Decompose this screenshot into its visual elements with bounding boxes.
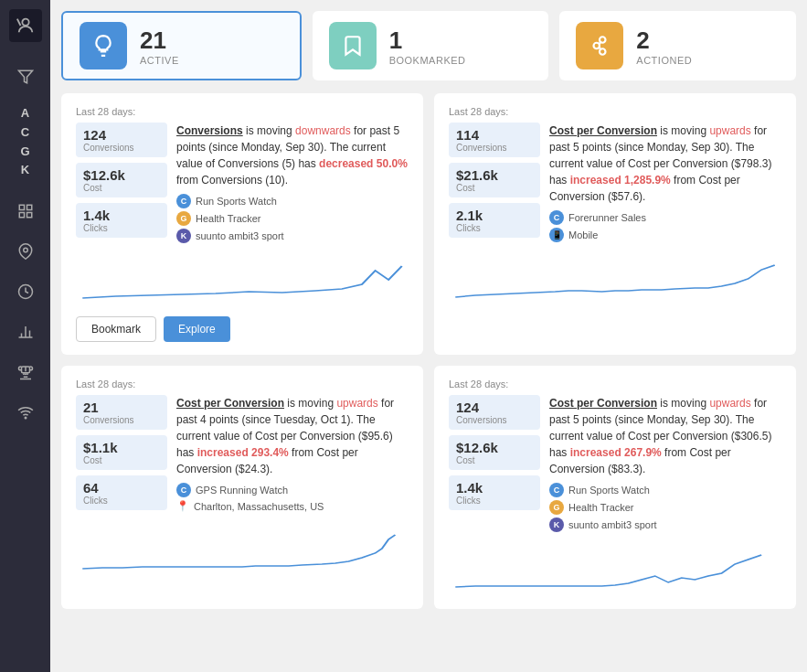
svg-point-14 [25,417,27,419]
svg-rect-3 [19,205,24,209]
segment-item-1-1: G Health Tracker [176,211,409,226]
svg-rect-4 [27,205,31,209]
metric-conversions-3: 21 Conversions [76,395,167,430]
bookmarked-count: 1 [389,27,466,55]
chart-1 [76,252,409,307]
explore-button-1[interactable]: Explore [164,316,230,342]
svg-marker-2 [18,70,32,83]
metric-val-2-2: 2.1k [456,208,533,223]
insight-grid: Last 28 days: 124 Conversions $12.6k Cos… [61,93,796,609]
metric-val-4-1: $12.6k [456,440,533,455]
metric-lbl-2-1: Cost [456,183,533,193]
letter-g[interactable]: G [20,143,29,162]
metric-lbl-2-2: Clicks [456,223,533,233]
segment-item-4-2: K suunto ambit3 sport [549,517,781,532]
sidebar: A C G K [0,0,50,672]
seg-badge-g-1: G [176,211,191,226]
seg-label-2-1: Mobile [568,229,598,240]
letter-a[interactable]: A [21,104,29,123]
seg-label-3-1: Charlton, Massachusetts, US [194,501,324,512]
metric-val-3-1: $1.1k [83,440,160,455]
letter-c[interactable]: C [21,123,29,143]
insight-metric-link-2[interactable]: Cost per Conversion [549,124,657,137]
seg-label-1-1: Health Tracker [196,213,261,224]
metric-lbl-3-0: Conversions [83,415,160,425]
segment-item-1-2: K suunto ambit3 sport [176,229,409,243]
seg-badge-mobile-2: 📱 [549,228,564,242]
bookmark-icon [329,22,377,69]
actioned-card-info: 2 Actioned [636,27,692,66]
chart-3 [76,521,409,576]
seg-label-2-0: Forerunner Sales [568,212,646,223]
insight-metric-link-1[interactable]: Conversions [176,124,243,137]
svg-line-18 [600,41,600,44]
seg-label-4-0: Run Sports Watch [568,485,650,496]
grid-icon[interactable] [9,195,42,228]
actioned-label: Actioned [636,55,692,66]
insight-card-1: Last 28 days: 124 Conversions $12.6k Cos… [61,93,423,355]
bar-chart-icon[interactable] [9,315,42,348]
trophy-icon[interactable] [9,356,42,389]
seg-label-3-0: GPS Running Watch [196,485,288,496]
insight-text-3: Cost per Conversion is moving upwards fo… [176,395,409,512]
chart-2 [449,251,781,306]
last28-4: Last 28 days: [449,379,781,389]
seg-label-4-1: Health Tracker [568,502,634,513]
metric-conversions-1: 124 Conversions [76,123,167,157]
lightbulb-icon [80,22,127,69]
metric-val-1-1: $12.6k [83,167,160,183]
active-label: Active [140,55,179,66]
metric-clicks-4: 1.4k Clicks [449,475,540,510]
last28-2: Last 28 days: [449,106,781,117]
metric-clicks-3: 64 Clicks [76,475,167,510]
seg-badge-c-1: C [176,194,191,208]
sidebar-letters: A C G K [20,104,29,180]
seg-badge-c-3: C [176,483,191,497]
insight-desc-4: Cost per Conversion is moving upwards fo… [549,395,781,477]
location-icon-3: 📍 [176,500,189,512]
svg-line-1 [16,19,20,26]
sidebar-logo[interactable] [9,9,42,42]
insight-metric-link-4[interactable]: Cost per Conversion [549,397,657,410]
active-count: 21 [140,27,179,55]
svg-point-0 [22,19,28,26]
card-actions-1: Bookmark Explore [76,316,409,342]
metric-cost-2: $21.6k Cost [449,163,540,197]
metric-cost-4: $12.6k Cost [449,435,540,470]
insight-card-2: Last 28 days: 114 Conversions $21.6k Cos… [434,93,796,355]
metric-clicks-1: 1.4k Clicks [76,203,167,238]
seg-label-4-2: suunto ambit3 sport [568,519,657,530]
letter-k[interactable]: K [21,161,29,180]
wifi-icon[interactable] [9,396,42,429]
metric-lbl-1-1: Cost [83,183,160,193]
clock-icon[interactable] [9,275,42,308]
last28-3: Last 28 days: [76,379,409,389]
metric-clicks-2: 2.1k Clicks [449,203,540,238]
metrics-col-2: 114 Conversions $21.6k Cost 2.1k Clicks [449,123,540,243]
segment-item-3-1: 📍 Charlton, Massachusetts, US [176,500,409,512]
metrics-col-1: 124 Conversions $12.6k Cost 1.4k Clicks [76,123,167,243]
map-pin-icon[interactable] [9,235,42,268]
seg-badge-k-1: K [176,229,191,243]
actioned-card[interactable]: 2 Actioned [559,11,796,80]
active-card[interactable]: 21 Active [61,11,302,80]
seg-badge-g-4: G [549,500,564,515]
last28-1: Last 28 days: [76,106,409,117]
main-content: 21 Active 1 Bookmarked [50,0,807,672]
metric-lbl-4-1: Cost [456,455,533,465]
bookmarked-card[interactable]: 1 Bookmarked [313,11,549,80]
top-cards: 21 Active 1 Bookmarked [61,11,796,80]
insight-desc-1: Conversions is moving downwards for past… [176,123,409,188]
filter-icon[interactable] [9,60,42,93]
metric-val-1-0: 124 [83,127,160,143]
svg-point-7 [23,248,27,252]
metric-conversions-4: 124 Conversions [449,395,540,430]
metric-lbl-4-2: Clicks [456,496,533,506]
segment-item-4-0: C Run Sports Watch [549,483,781,497]
seg-badge-c-2: C [549,210,564,225]
insight-metric-link-3[interactable]: Cost per Conversion [176,397,284,410]
bookmark-button-1[interactable]: Bookmark [76,316,156,342]
chart-4 [449,541,781,596]
insight-desc-3: Cost per Conversion is moving upwards fo… [176,395,409,477]
seg-label-1-2: suunto ambit3 sport [196,230,284,241]
